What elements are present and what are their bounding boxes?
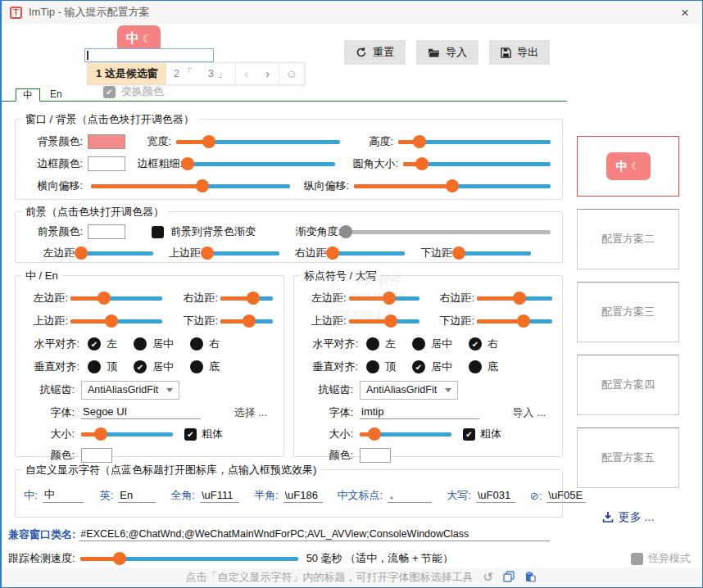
fg-left-slider[interactable]	[81, 246, 153, 260]
zhen-valign-top[interactable]: 顶	[88, 360, 117, 374]
compat-classes-input[interactable]	[79, 528, 550, 541]
zhen-valign-bottom[interactable]: 底	[190, 360, 220, 374]
char-halfwidth-input[interactable]	[283, 489, 323, 503]
tab-zh[interactable]: 中	[16, 88, 40, 102]
punct-font-label: 字体:	[304, 405, 353, 420]
indicator-badge-text: 中	[126, 30, 139, 47]
zhen-left-slider[interactable]	[70, 291, 162, 305]
char-zh-label[interactable]: 中:	[24, 488, 38, 503]
h-offset-slider[interactable]	[91, 179, 290, 193]
reset-button[interactable]: 重置	[344, 40, 406, 65]
gradient-checkbox[interactable]	[152, 226, 164, 238]
zhen-size-slider[interactable]	[81, 427, 173, 441]
group-punct: 标点符号 / 大写 左边距: 右边距: 上边距: 下边距: 水平对齐: 左 居中	[293, 275, 563, 457]
fg-bottom-slider[interactable]	[459, 246, 531, 260]
scheme-card-4[interactable]: 配置方案四	[577, 355, 679, 415]
compat-classes-label[interactable]: 兼容窗口类名:	[8, 527, 75, 542]
char-disabled-label[interactable]: ⊘:	[530, 490, 542, 502]
punct-halign-left[interactable]: 左	[366, 337, 396, 351]
scheme-card-2[interactable]: 配置方案二	[577, 209, 679, 269]
tracking-speed-slider[interactable]	[80, 551, 298, 566]
punct-top-slider[interactable]	[349, 314, 420, 328]
char-halfwidth-label[interactable]: 半角:	[254, 488, 279, 503]
zhen-halign-label: 水平对齐:	[25, 337, 79, 351]
punct-antialias-select[interactable]: AntiAliasGridFit	[360, 381, 458, 400]
width-slider[interactable]	[176, 134, 340, 149]
fg-bottom-label: 下边距:	[420, 246, 456, 260]
border-color-label: 边框颜色:	[27, 156, 83, 171]
punct-bottom-slider[interactable]	[477, 314, 552, 328]
radio-icon	[190, 360, 203, 373]
punct-font-input[interactable]	[360, 405, 479, 419]
change-color-label: 变换颜色	[121, 84, 164, 99]
zhen-antialias-select[interactable]: AntiAliasGridFit	[81, 381, 179, 400]
punct-valign-center[interactable]: 居中	[412, 360, 452, 374]
height-slider[interactable]	[398, 134, 551, 149]
zhen-right-slider[interactable]	[220, 291, 273, 305]
radius-slider[interactable]	[403, 156, 551, 171]
zhen-halign-left[interactable]: 左	[88, 337, 117, 351]
change-color-checkbox[interactable]	[103, 86, 116, 98]
punct-font-import-link[interactable]: 导入 ...	[513, 405, 546, 420]
scheme-card-active[interactable]: 中 ☾	[577, 136, 679, 197]
zhen-antialias-label: 抗锯齿:	[25, 382, 75, 397]
scheme-card-5[interactable]: 配置方案五	[577, 427, 679, 488]
v-offset-slider[interactable]	[354, 179, 551, 193]
zhen-halign-right[interactable]: 右	[190, 337, 220, 351]
zhen-top-slider[interactable]	[70, 314, 162, 328]
punct-color-swatch[interactable]	[360, 448, 391, 463]
zhen-font-input[interactable]	[81, 405, 201, 419]
punct-right-slider[interactable]	[477, 291, 552, 305]
punct-color-label: 颜色:	[304, 448, 353, 463]
preview-input[interactable]	[84, 48, 214, 62]
more-schemes-link[interactable]: 更多 ...	[577, 510, 679, 525]
zhen-bold-checkbox[interactable]	[184, 428, 197, 441]
fg-top-slider[interactable]	[207, 246, 279, 260]
scheme-card-3[interactable]: 配置方案三	[577, 282, 679, 342]
char-fullwidth-input[interactable]	[200, 489, 239, 503]
char-cn-punct-label[interactable]: 中文标点:	[338, 488, 383, 503]
bg-color-swatch[interactable]	[88, 134, 125, 149]
radio-icon	[412, 360, 425, 373]
punct-halign-center[interactable]: 居中	[412, 337, 452, 351]
punct-valign-bottom[interactable]: 底	[469, 360, 498, 374]
zhen-size-label: 大小:	[25, 427, 75, 441]
punct-halign-right[interactable]: 右	[469, 337, 498, 351]
char-cn-punct-input[interactable]	[388, 489, 432, 503]
char-caps-label[interactable]: 大写:	[447, 488, 471, 503]
paste-icon[interactable]	[524, 571, 536, 585]
zhen-font-select-link[interactable]: 选择 ...	[234, 405, 267, 420]
zhen-valign-center[interactable]: 居中	[134, 360, 174, 374]
char-en-label[interactable]: 英:	[100, 488, 114, 503]
zhen-bottom-slider[interactable]	[220, 314, 273, 328]
punct-left-slider[interactable]	[349, 291, 420, 305]
punct-valign-label: 垂直对齐:	[304, 360, 358, 374]
copy-icon[interactable]	[503, 571, 515, 585]
punct-antialias-label: 抗锯齿:	[304, 382, 353, 397]
border-width-slider[interactable]	[188, 156, 335, 171]
close-button[interactable]: ×	[676, 6, 694, 20]
zhen-valign-label: 垂直对齐:	[25, 360, 79, 374]
export-button[interactable]: 导出	[489, 40, 550, 65]
char-fullwidth-label[interactable]: 全角:	[170, 488, 195, 503]
zhen-halign-center[interactable]: 居中	[134, 337, 174, 351]
fg-color-swatch[interactable]	[88, 224, 125, 239]
punct-valign-top[interactable]: 顶	[366, 360, 396, 374]
char-zh-input[interactable]	[43, 489, 84, 503]
punct-bold-checkbox[interactable]	[463, 428, 475, 441]
char-caps-input[interactable]	[476, 489, 515, 503]
tab-en[interactable]: En	[43, 88, 69, 101]
zhen-left-label: 左边距:	[25, 291, 68, 305]
border-color-swatch[interactable]	[88, 156, 125, 171]
punct-size-slider[interactable]	[360, 427, 451, 441]
char-en-input[interactable]	[118, 489, 156, 503]
undo-icon[interactable]: ↺	[483, 570, 493, 585]
weird-mode-checkbox[interactable]	[631, 553, 643, 565]
scheme-list: 中 ☾ 配置方案二 配置方案三 配置方案四 配置方案五 更多 ...	[577, 136, 679, 525]
zhen-color-swatch[interactable]	[81, 448, 112, 463]
angle-slider[interactable]	[346, 224, 551, 239]
candidate-prev-icon: ‹	[236, 67, 257, 80]
import-button[interactable]: 导入	[416, 40, 478, 65]
bg-color-label: 背景颜色:	[27, 134, 83, 149]
fg-right-slider[interactable]	[333, 246, 405, 260]
